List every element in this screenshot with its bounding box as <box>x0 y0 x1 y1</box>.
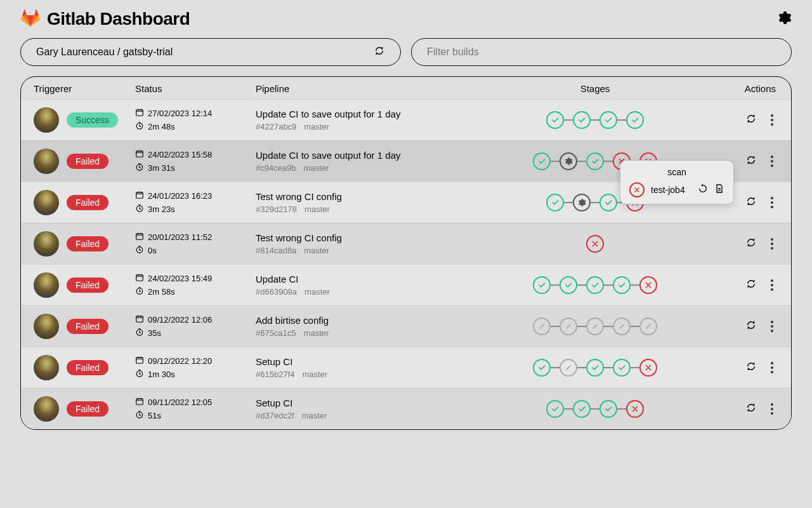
stage-connector <box>564 408 573 410</box>
stage-connector <box>577 161 586 162</box>
avatar <box>34 190 59 215</box>
stage-pass-icon[interactable] <box>586 276 604 294</box>
stage-connector <box>551 326 560 327</box>
table-row[interactable]: Failed 09/11/2022 12:05 51s Setup CI #d3… <box>21 388 791 429</box>
more-actions-button[interactable] <box>768 112 776 128</box>
retry-pipeline-button[interactable] <box>745 237 757 251</box>
stage-skipped-icon[interactable] <box>586 318 604 335</box>
retry-pipeline-button[interactable] <box>745 319 757 333</box>
build-duration: 0s <box>148 246 157 255</box>
project-name: Gary Laurenceau / gatsby-trial <box>36 46 173 58</box>
pipeline-branch: master <box>304 163 329 173</box>
stage-running-icon[interactable] <box>560 152 577 170</box>
stage-skipped-icon[interactable] <box>639 318 657 335</box>
calendar-icon <box>135 149 144 160</box>
retry-pipeline-button[interactable] <box>745 361 757 375</box>
col-pipeline: Pipeline <box>256 83 490 94</box>
stage-skipped-icon[interactable] <box>560 318 577 335</box>
stage-pass-icon[interactable] <box>586 152 604 170</box>
project-refresh-button[interactable] <box>374 45 385 59</box>
page-title: Gitlab Dashboard <box>47 9 190 29</box>
pipeline-title: Test wrong CI config <box>256 191 490 202</box>
calendar-icon <box>135 397 144 408</box>
retry-pipeline-button[interactable] <box>745 402 757 416</box>
calendar-icon <box>135 108 144 119</box>
filter-builds-field[interactable] <box>411 38 792 66</box>
more-actions-button[interactable] <box>768 359 776 376</box>
retry-pipeline-button[interactable] <box>745 278 757 292</box>
status-badge: Failed <box>67 319 108 334</box>
timer-icon <box>135 328 144 338</box>
stages-cell <box>490 235 700 253</box>
stage-connector <box>631 326 639 327</box>
status-badge: Success <box>67 112 118 128</box>
timer-icon <box>135 121 144 132</box>
table-row[interactable]: Failed 20/01/2023 11:52 0s Test wrong CI… <box>21 223 791 264</box>
project-selector[interactable]: Gary Laurenceau / gatsby-trial <box>20 38 401 66</box>
retry-job-button[interactable] <box>698 184 708 196</box>
build-duration: 2m 58s <box>148 287 175 297</box>
avatar <box>34 107 59 133</box>
table-row[interactable]: Failed 09/12/2022 12:06 35s Add birtise … <box>21 305 791 347</box>
job-log-button[interactable] <box>714 184 724 196</box>
pipeline-branch: master <box>304 246 329 255</box>
more-actions-button[interactable] <box>768 194 776 211</box>
timer-icon <box>135 410 144 421</box>
pipeline-hash: #c94cea9b <box>256 163 296 173</box>
stage-pass-icon[interactable] <box>573 111 591 129</box>
retry-pipeline-button[interactable] <box>745 196 757 210</box>
stage-pass-icon[interactable] <box>626 111 644 129</box>
retry-pipeline-button[interactable] <box>745 154 757 168</box>
stage-pass-icon[interactable] <box>599 400 617 418</box>
builds-table: Triggerer Status Pipeline Stages Actions… <box>20 76 792 430</box>
filter-input[interactable] <box>427 46 776 58</box>
stage-pass-icon[interactable] <box>586 359 604 377</box>
stage-connector <box>591 202 599 203</box>
stage-skipped-icon[interactable] <box>560 359 577 377</box>
more-actions-button[interactable] <box>768 401 776 417</box>
table-row[interactable]: Success 27/02/2023 12:14 2m 48s Update C… <box>21 99 791 140</box>
stage-pass-icon[interactable] <box>613 359 631 377</box>
table-row[interactable]: Failed 24/02/2023 15:58 3m 31s Update CI… <box>21 140 791 182</box>
stages-cell <box>490 400 700 418</box>
stage-pass-icon[interactable] <box>599 111 617 129</box>
more-actions-button[interactable] <box>768 236 776 252</box>
timer-icon <box>135 163 144 173</box>
table-row[interactable]: Failed 09/12/2022 12:20 1m 30s Setup CI … <box>21 347 791 388</box>
settings-button[interactable] <box>776 10 792 28</box>
stage-connector <box>577 326 586 327</box>
stage-pass-icon[interactable] <box>533 276 551 294</box>
stage-pass-icon[interactable] <box>546 194 564 211</box>
stage-fail-icon[interactable] <box>586 235 604 253</box>
retry-pipeline-button[interactable] <box>745 113 757 127</box>
stage-connector <box>604 161 613 162</box>
build-date: 24/01/2023 16:23 <box>148 191 212 201</box>
stage-pass-icon[interactable] <box>599 194 617 211</box>
stage-pass-icon[interactable] <box>546 400 564 418</box>
more-actions-button[interactable] <box>768 277 776 293</box>
stage-fail-icon[interactable] <box>639 276 657 294</box>
stage-fail-icon[interactable] <box>626 400 644 418</box>
status-badge: Failed <box>67 277 108 293</box>
avatar <box>34 272 59 298</box>
build-duration: 3m 23s <box>148 204 175 214</box>
avatar <box>34 149 59 174</box>
col-actions: Actions <box>700 83 776 94</box>
stage-pass-icon[interactable] <box>573 400 591 418</box>
stage-skipped-icon[interactable] <box>533 318 551 335</box>
calendar-icon <box>135 314 144 325</box>
stage-connector <box>617 408 626 410</box>
pipeline-branch: master <box>304 328 329 338</box>
stage-pass-icon[interactable] <box>560 276 577 294</box>
stage-fail-icon[interactable] <box>639 359 657 377</box>
stage-skipped-icon[interactable] <box>613 318 631 335</box>
stage-pass-icon[interactable] <box>546 111 564 129</box>
more-actions-button[interactable] <box>768 153 776 170</box>
stage-pass-icon[interactable] <box>533 359 551 377</box>
table-row[interactable]: Failed 24/02/2023 15:49 2m 58s Update CI… <box>21 264 791 305</box>
stage-pass-icon[interactable] <box>613 276 631 294</box>
stage-pass-icon[interactable] <box>533 152 551 170</box>
popover-title: scan <box>629 167 724 177</box>
more-actions-button[interactable] <box>768 318 776 335</box>
stage-running-icon[interactable] <box>573 194 591 211</box>
